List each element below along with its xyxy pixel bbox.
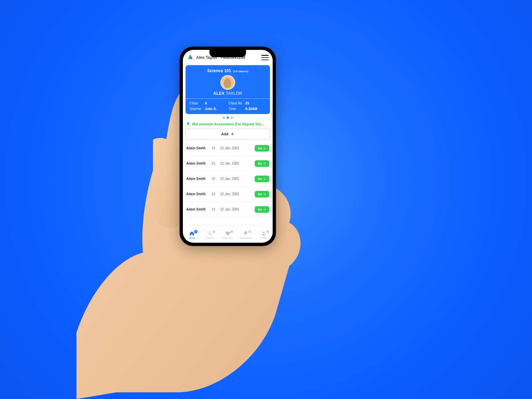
arrow-right-icon bbox=[263, 208, 266, 211]
student-dob: 12 Jan, 2001 bbox=[220, 177, 253, 181]
classno-label: Class No bbox=[229, 101, 242, 105]
profile-icon bbox=[261, 231, 266, 236]
student-name: Adam Smith bbox=[186, 146, 209, 150]
tab-favorites[interactable]: 3Favorites bbox=[219, 231, 237, 239]
home-icon bbox=[189, 231, 195, 236]
student-row: Adam Smith1812 Jan, 2001Go bbox=[186, 141, 269, 156]
pager-dots[interactable] bbox=[183, 114, 273, 121]
teacher-label: Teacher bbox=[190, 107, 201, 111]
add-button[interactable]: Add bbox=[186, 129, 270, 139]
student-age: 18 bbox=[211, 177, 218, 181]
student-name: Adam Smith bbox=[186, 177, 209, 181]
svg-point-0 bbox=[208, 232, 211, 234]
app-logo-icon bbox=[187, 54, 194, 62]
time-value: 6:30AM bbox=[245, 107, 266, 111]
pager-dot[interactable] bbox=[231, 117, 233, 119]
student-dob: 12 Jan, 2001 bbox=[220, 146, 253, 150]
go-button[interactable]: Go bbox=[255, 160, 270, 167]
arrow-right-icon bbox=[263, 162, 266, 165]
course-title: Science 101 bbox=[207, 68, 231, 73]
menu-button[interactable] bbox=[261, 55, 269, 60]
phone-notch bbox=[209, 50, 246, 57]
student-name: Adam Smith bbox=[186, 207, 209, 211]
search-icon bbox=[207, 231, 212, 236]
tab-badge: 1 bbox=[194, 230, 198, 233]
time-label: Time bbox=[229, 107, 242, 111]
tab-search[interactable]: 2Search bbox=[201, 231, 219, 239]
student-age: 18 bbox=[211, 192, 218, 196]
tab-label: Notifications bbox=[239, 237, 252, 239]
arrow-right-icon bbox=[263, 147, 266, 150]
student-row: Adam Smith1812 Jan, 2001Go bbox=[186, 171, 269, 187]
teacher-value: John S. bbox=[205, 107, 225, 111]
student-dob: 12 Jan, 2001 bbox=[220, 207, 253, 211]
class-value: A bbox=[205, 101, 225, 105]
tab-notifications[interactable]: 4Notifications bbox=[237, 231, 255, 239]
student-row: Adam Smith1812 Jan, 2001Go bbox=[186, 187, 269, 202]
announcement-banner[interactable]: Mid semester Assessment (For Regular Stu… bbox=[183, 121, 273, 129]
card-user-name: ALEX TAYLOR bbox=[189, 91, 267, 96]
classno-value: 25 bbox=[245, 101, 266, 105]
student-dob: 12 Jan, 2001 bbox=[220, 162, 253, 165]
notifications-icon bbox=[243, 231, 248, 236]
svg-point-1 bbox=[263, 232, 264, 233]
tab-label: Home bbox=[189, 237, 195, 239]
tab-badge: 3 bbox=[230, 230, 233, 233]
arrow-right-icon bbox=[263, 193, 266, 196]
student-age: 18 bbox=[211, 146, 218, 150]
tab-label: Favorites bbox=[223, 237, 233, 239]
tab-profile[interactable]: 5Profile bbox=[255, 231, 273, 239]
go-button[interactable]: Go bbox=[255, 176, 270, 182]
app-screen: Alex Taylor +9685891254 Science 101 (14 … bbox=[183, 50, 273, 243]
student-row: Adam Smith1812 Jan, 2001Go bbox=[186, 202, 269, 217]
bottom-tabbar: 1Home2Search3Favorites4Notifications5Pro… bbox=[183, 225, 273, 243]
tab-badge: 4 bbox=[248, 230, 251, 233]
announcement-text: Mid semester Assessment (For Regular Stu… bbox=[192, 122, 264, 126]
go-button[interactable]: Go bbox=[255, 206, 270, 213]
tab-label: Profile bbox=[260, 237, 267, 239]
student-list: Adam Smith1812 Jan, 2001Go Adam Smith181… bbox=[183, 139, 273, 225]
bell-icon bbox=[186, 122, 190, 126]
add-label: Add bbox=[221, 132, 228, 136]
avatar bbox=[220, 75, 235, 90]
tab-badge: 5 bbox=[266, 230, 269, 233]
tab-label: Search bbox=[206, 237, 213, 239]
course-info-grid: Class A Class No 25 Teacher John S. Time… bbox=[186, 99, 270, 114]
go-button[interactable]: Go bbox=[255, 145, 270, 152]
student-age: 18 bbox=[211, 162, 218, 165]
tab-badge: 2 bbox=[212, 230, 215, 233]
plus-icon bbox=[230, 132, 234, 136]
pager-dot[interactable] bbox=[223, 117, 225, 119]
student-dob: 12 Jan, 2001 bbox=[220, 192, 253, 196]
arrow-right-icon bbox=[263, 178, 266, 180]
tab-home[interactable]: 1Home bbox=[183, 231, 201, 239]
phone-frame: Alex Taylor +9685891254 Science 101 (14 … bbox=[180, 47, 276, 246]
student-name: Adam Smith bbox=[186, 162, 209, 165]
course-card[interactable]: Science 101 (14 classes) ALEX TAYLOR Cla… bbox=[186, 65, 270, 114]
pager-dot[interactable] bbox=[227, 117, 229, 119]
student-name: Adam Smith bbox=[186, 192, 209, 196]
student-age: 18 bbox=[211, 207, 218, 211]
favorites-icon bbox=[225, 231, 230, 236]
student-row: Adam Smith1812 Jan, 2001Go bbox=[186, 156, 269, 171]
go-button[interactable]: Go bbox=[255, 191, 270, 198]
course-subtitle: (14 classes) bbox=[233, 70, 248, 73]
class-label: Class bbox=[190, 101, 201, 105]
